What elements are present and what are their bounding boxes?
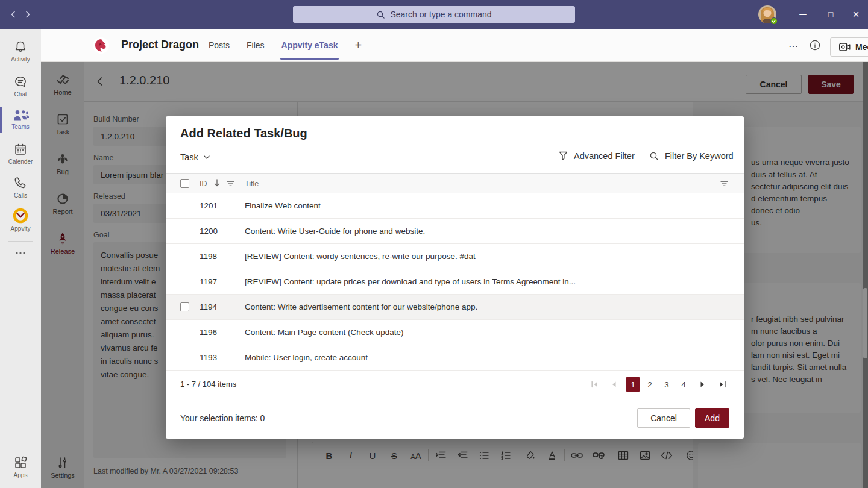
rail-item-label: Teams bbox=[11, 124, 29, 130]
search-icon bbox=[376, 10, 385, 19]
row-id: 1196 bbox=[200, 328, 217, 337]
prev-page-icon[interactable] bbox=[606, 377, 621, 392]
keyword-filter-button[interactable]: Filter By Keyword bbox=[649, 151, 734, 161]
page-number-3[interactable]: 3 bbox=[659, 377, 674, 392]
camera-icon bbox=[839, 43, 851, 51]
appvity-icon bbox=[13, 208, 28, 224]
rail-item-label: Appvity bbox=[11, 225, 31, 232]
funnel-icon bbox=[559, 151, 568, 161]
bell-icon bbox=[13, 40, 28, 54]
row-id: 1193 bbox=[200, 353, 217, 362]
tab-files[interactable]: Files bbox=[247, 29, 265, 61]
row-title: [REVIEW] Content: wordy sentences, re-wr… bbox=[245, 252, 476, 261]
channel-more-icon[interactable]: ⋯ bbox=[788, 39, 802, 52]
apps-icon bbox=[13, 455, 28, 470]
id-filter-icon[interactable] bbox=[227, 181, 234, 187]
page-number-4[interactable]: 4 bbox=[676, 377, 691, 392]
rail-item-calender[interactable]: Calender bbox=[0, 137, 41, 170]
row-id: 1198 bbox=[200, 252, 217, 261]
rail-more-button[interactable] bbox=[0, 245, 41, 261]
rail-item-teams[interactable]: Teams bbox=[0, 104, 41, 136]
meet-button-label: Meet bbox=[855, 42, 868, 52]
team-logo bbox=[93, 37, 109, 54]
history-back-icon[interactable] bbox=[7, 8, 19, 20]
teams-app-rail: ActivityChatTeamsCalenderCallsAppvityApp… bbox=[0, 29, 41, 488]
pagination-summary: 1 - 7 / 104 items bbox=[180, 380, 236, 389]
row-id: 1201 bbox=[200, 201, 218, 210]
table-row[interactable]: 1196Content: Main Page content (Check up… bbox=[166, 320, 744, 345]
row-checkbox[interactable] bbox=[180, 302, 189, 311]
id-column-header: ID bbox=[200, 180, 207, 188]
first-page-icon[interactable] bbox=[587, 377, 602, 392]
row-title: Content: Main Page content (Check update… bbox=[245, 328, 403, 337]
channel-tabs: PostsFilesAppvity eTask+ bbox=[209, 29, 362, 61]
row-id: 1200 bbox=[200, 227, 218, 236]
meet-button[interactable]: Meet bbox=[831, 38, 868, 56]
dialog-cancel-button[interactable]: Cancel bbox=[637, 408, 690, 428]
history-forward-icon[interactable] bbox=[22, 8, 34, 20]
advanced-filter-button[interactable]: Advanced Filter bbox=[559, 151, 635, 161]
add-tab-button[interactable]: + bbox=[354, 29, 362, 61]
tab-posts[interactable]: Posts bbox=[209, 29, 230, 61]
window-minimize-button[interactable]: ─ bbox=[791, 0, 815, 29]
type-filter-value: Task bbox=[180, 152, 198, 162]
tab-appvity-etask[interactable]: Appvity eTask bbox=[281, 29, 338, 61]
type-filter-dropdown[interactable]: Task bbox=[180, 152, 210, 162]
phone-icon bbox=[13, 176, 28, 190]
page-number-2[interactable]: 2 bbox=[643, 377, 657, 392]
row-id: 1194 bbox=[200, 302, 217, 311]
teams-window: Search or type a command ─ □ × Project D… bbox=[0, 0, 868, 488]
table-row[interactable]: 1198[REVIEW] Content: wordy sentences, r… bbox=[166, 244, 744, 269]
rail-item-label: Apps bbox=[14, 472, 28, 478]
rail-item-label: Chat bbox=[14, 91, 27, 98]
rail-item-calls[interactable]: Calls bbox=[0, 171, 41, 204]
page-number-1[interactable]: 1 bbox=[626, 377, 640, 392]
title-column-header: Title bbox=[245, 180, 259, 188]
table-row[interactable]: 1197[REVIEW] Content: update prices per … bbox=[166, 269, 744, 295]
window-close-button[interactable]: × bbox=[844, 0, 868, 29]
rail-item-label: Calender bbox=[8, 158, 33, 165]
rail-item-apps[interactable]: Apps bbox=[0, 451, 41, 483]
task-table: 1201Finalize Web content1200Content: Wri… bbox=[166, 193, 744, 371]
chat-icon bbox=[13, 75, 28, 89]
channel-info-icon[interactable] bbox=[809, 39, 821, 51]
rail-item-chat[interactable]: Chat bbox=[0, 70, 41, 102]
team-name: Project Dragon bbox=[121, 39, 199, 51]
title-filter-icon[interactable] bbox=[720, 181, 728, 187]
row-title: Mobile: User login, create account bbox=[245, 353, 368, 362]
table-row[interactable]: 1200Content: Write User-Guide for phone … bbox=[166, 219, 744, 244]
dialog-footer: Your selection items: 0 Cancel Add bbox=[166, 398, 744, 439]
advanced-filter-label: Advanced Filter bbox=[574, 151, 635, 161]
keyword-filter-label: Filter By Keyword bbox=[665, 151, 734, 161]
pagination-bar: 1 - 7 / 104 items 1234 bbox=[166, 371, 744, 398]
rail-divider bbox=[8, 241, 33, 242]
page-numbers: 1234 bbox=[626, 377, 691, 392]
row-title: Finalize Web content bbox=[245, 201, 321, 210]
search-input[interactable]: Search or type a command bbox=[293, 6, 575, 23]
selection-count-text: Your selection items: 0 bbox=[180, 413, 265, 423]
table-header: ID Title bbox=[166, 173, 744, 193]
teams-icon bbox=[13, 110, 29, 122]
row-title: Content: Write advertisement content for… bbox=[245, 302, 477, 311]
user-avatar[interactable] bbox=[758, 5, 776, 23]
dialog-title: Add Related Task/Bug bbox=[180, 127, 307, 140]
table-row[interactable]: 1194Content: Write advertisement content… bbox=[166, 295, 744, 320]
dots-icon bbox=[15, 251, 26, 255]
pagination-controls: 1234 bbox=[587, 371, 729, 398]
rail-item-appvity[interactable]: Appvity bbox=[0, 204, 41, 236]
last-page-icon[interactable] bbox=[715, 377, 729, 392]
table-row[interactable]: 1193Mobile: User login, create account bbox=[166, 345, 744, 371]
meet-split-button: Meet bbox=[830, 37, 868, 57]
search-icon bbox=[649, 151, 659, 161]
rail-item-activity[interactable]: Activity bbox=[0, 35, 41, 67]
search-placeholder: Search or type a command bbox=[390, 10, 491, 19]
status-available-icon bbox=[770, 17, 778, 25]
window-maximize-button[interactable]: □ bbox=[819, 0, 843, 29]
sort-descending-icon[interactable] bbox=[213, 179, 221, 187]
next-page-icon[interactable] bbox=[696, 377, 710, 392]
dialog-add-button[interactable]: Add bbox=[695, 408, 729, 428]
row-id: 1197 bbox=[200, 277, 217, 286]
rail-item-label: Calls bbox=[14, 192, 27, 199]
table-row[interactable]: 1201Finalize Web content bbox=[166, 193, 744, 219]
select-all-checkbox[interactable] bbox=[180, 179, 189, 188]
